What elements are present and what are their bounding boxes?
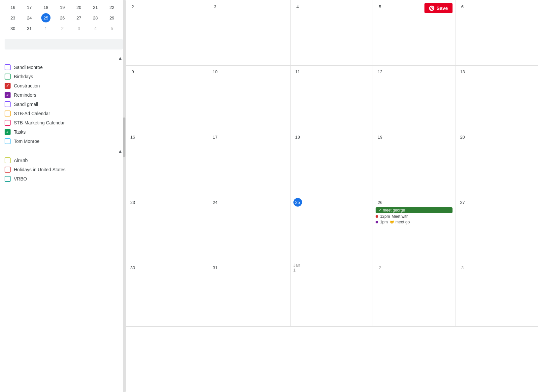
calendar-item-label: AirBnb: [14, 158, 28, 163]
mini-cal-day[interactable]: 21: [91, 3, 100, 12]
my-calendar-item[interactable]: Birthdays: [5, 72, 125, 81]
calendar-checkbox[interactable]: [5, 111, 11, 116]
cell-date-number: 18: [293, 133, 302, 142]
event-dot-row[interactable]: 12pmMeet with: [376, 214, 453, 219]
calendar-item-label: STB-Marketing Calendar: [14, 120, 65, 125]
calendar-item-label: Holidays in United States: [14, 167, 65, 172]
calendar-cell[interactable]: 31: [208, 261, 291, 327]
event-time: 12pm: [380, 214, 390, 219]
my-calendars-chevron[interactable]: ▲: [118, 55, 123, 61]
calendar-cell[interactable]: 26✓ meet george12pmMeet with1pm🤝 meet go: [373, 196, 455, 261]
mini-cal-day[interactable]: 19: [58, 3, 67, 12]
calendar-cell[interactable]: 9: [126, 66, 208, 131]
cell-date-number: 30: [128, 263, 137, 272]
my-calendar-item[interactable]: Sandi gmail: [5, 100, 125, 109]
calendar-checkbox[interactable]: [5, 83, 11, 89]
calendar-cell[interactable]: 12: [373, 66, 455, 131]
sidebar-scrollbar-track: [123, 0, 125, 392]
calendar-cell[interactable]: 24: [208, 196, 291, 261]
calendar-checkbox[interactable]: [5, 120, 11, 126]
cell-date-number: 16: [128, 133, 137, 142]
event-dot-row[interactable]: 1pm🤝 meet go: [376, 220, 453, 224]
other-calendars-chevron[interactable]: ▲: [118, 148, 123, 154]
my-calendar-item[interactable]: Tom Monroe: [5, 137, 125, 146]
calendar-checkbox[interactable]: [5, 176, 11, 182]
calendar-checkbox[interactable]: [5, 129, 11, 135]
calendar-checkbox[interactable]: [5, 157, 11, 163]
mini-cal-day[interactable]: 27: [74, 13, 84, 22]
calendar-cell[interactable]: 2: [126, 0, 208, 66]
calendar-cell[interactable]: 10: [208, 66, 291, 131]
my-calendar-item[interactable]: Reminders: [5, 90, 125, 100]
cell-date-number: 19: [376, 133, 384, 142]
main-calendar: 2345 Save6910111213161718192023242526✓ m…: [125, 0, 538, 392]
mini-cal-day[interactable]: 1: [41, 24, 50, 33]
mini-cal-day[interactable]: 29: [107, 13, 117, 22]
calendar-cell[interactable]: 18: [291, 131, 373, 196]
mini-cal-day[interactable]: 5: [107, 24, 117, 33]
pinterest-save-button[interactable]: Save: [424, 3, 453, 13]
mini-cal-day[interactable]: 4: [91, 24, 100, 33]
sidebar-scrollbar-thumb[interactable]: [123, 117, 125, 157]
calendar-grid: 2345 Save6910111213161718192023242526✓ m…: [126, 0, 538, 392]
calendar-checkbox[interactable]: [5, 138, 11, 144]
my-calendar-item[interactable]: Construction: [5, 81, 125, 90]
cell-date-number: 17: [211, 133, 219, 142]
calendar-cell[interactable]: 5 Save: [373, 0, 455, 66]
calendar-cell[interactable]: 20: [455, 131, 538, 196]
calendar-cell[interactable]: 3: [455, 261, 538, 327]
mini-cal-day[interactable]: 25: [41, 13, 50, 22]
event-dot: [376, 221, 378, 223]
calendar-checkbox[interactable]: [5, 64, 11, 70]
mini-cal-day[interactable]: 28: [91, 13, 100, 22]
calendar-cell[interactable]: 19: [373, 131, 455, 196]
calendar-cell[interactable]: 6: [455, 0, 538, 66]
mini-cal-day[interactable]: 20: [74, 3, 84, 12]
calendar-checkbox[interactable]: [5, 74, 11, 80]
calendar-cell[interactable]: 13: [455, 66, 538, 131]
calendar-cell[interactable]: 16: [126, 131, 208, 196]
calendar-checkbox[interactable]: [5, 92, 11, 98]
cell-date-number: 2: [376, 263, 384, 272]
cell-date-number: 12: [376, 68, 384, 76]
my-calendar-item[interactable]: STB-Ad Calendar: [5, 109, 125, 118]
calendar-cell[interactable]: 17: [208, 131, 291, 196]
mini-cal-day[interactable]: 18: [41, 3, 50, 12]
mini-cal-day[interactable]: 3: [74, 24, 84, 33]
calendar-cell[interactable]: 27: [455, 196, 538, 261]
calendar-checkbox[interactable]: [5, 167, 11, 173]
other-calendar-item[interactable]: AirBnb: [5, 156, 125, 165]
calendar-cell[interactable]: 25: [291, 196, 373, 261]
mini-cal-day[interactable]: 17: [25, 3, 34, 12]
calendar-cell[interactable]: 2: [373, 261, 455, 327]
my-calendar-item[interactable]: STB-Marketing Calendar: [5, 118, 125, 127]
mini-cal-day[interactable]: 26: [58, 13, 67, 22]
mini-cal-day[interactable]: 30: [8, 24, 17, 33]
calendar-item-label: VRBO: [14, 176, 27, 181]
event-time: 1pm: [380, 220, 387, 224]
mini-cal-day[interactable]: 22: [107, 3, 117, 12]
calendar-item-label: Sandi Monroe: [14, 65, 43, 70]
mini-cal-day[interactable]: 2: [58, 24, 67, 33]
sidebar: 1617181920212223242526272829303112345 ▲ …: [0, 0, 125, 392]
cell-date-number: 3: [211, 2, 219, 11]
calendar-checkbox[interactable]: [5, 101, 11, 107]
calendar-cell[interactable]: 30: [126, 261, 208, 327]
calendar-cell[interactable]: 23: [126, 196, 208, 261]
mini-cal-day[interactable]: 31: [25, 24, 34, 33]
add-calendar-input[interactable]: [5, 39, 123, 49]
mini-cal-day[interactable]: 16: [8, 3, 17, 12]
calendar-cell[interactable]: 4: [291, 0, 373, 66]
other-calendar-item[interactable]: VRBO: [5, 174, 125, 183]
calendar-cell[interactable]: 3: [208, 0, 291, 66]
calendar-cell[interactable]: 11: [291, 66, 373, 131]
my-calendar-item[interactable]: Tasks: [5, 127, 125, 137]
event-chip[interactable]: ✓ meet george: [376, 207, 453, 213]
mini-cal-day[interactable]: 24: [25, 13, 34, 22]
my-calendar-item[interactable]: Sandi Monroe: [5, 63, 125, 72]
cell-date-number: 4: [293, 2, 302, 11]
mini-cal-day[interactable]: 23: [8, 13, 17, 22]
calendar-cell[interactable]: Jan 1: [291, 261, 373, 327]
cell-date-number: 6: [458, 2, 467, 11]
other-calendar-item[interactable]: Holidays in United States: [5, 165, 125, 174]
